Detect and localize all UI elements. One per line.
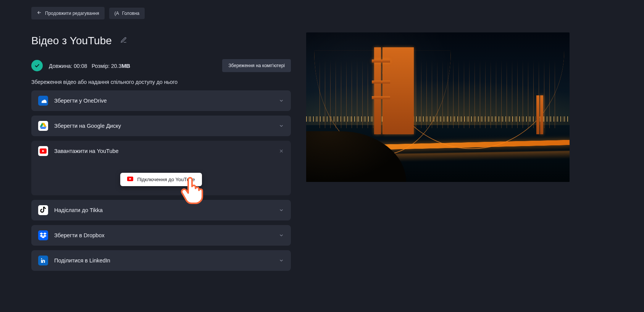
linkedin-icon [38, 256, 48, 265]
home-label: Головна [122, 11, 140, 16]
tiktok-icon [38, 205, 48, 215]
chevron-down-icon [279, 258, 284, 263]
size-label: Розмір: [92, 63, 110, 69]
save-to-computer-button[interactable]: Збереження на комп'ютері [222, 59, 291, 72]
youtube-label: Завантажити на YouTube [54, 148, 119, 154]
video-preview[interactable] [306, 32, 570, 182]
continue-editing-button[interactable]: Продовжити редагування [31, 7, 105, 19]
arrow-left-icon [37, 10, 42, 16]
chevron-down-icon [279, 207, 284, 213]
length-value: 00:08 [74, 63, 87, 69]
onedrive-icon [38, 96, 48, 106]
linkedin-label: Поділитися в LinkedIn [54, 257, 110, 264]
tiktok-label: Надіслати до Tikka [54, 207, 103, 213]
continue-editing-label: Продовжити редагування [45, 11, 99, 16]
share-option-gdrive[interactable]: Зберегти на Google Диску [31, 116, 291, 136]
size-unit: МВ [121, 63, 130, 69]
save-to-computer-label: Збереження на комп'ютері [228, 63, 285, 68]
share-subtitle: Збереження відео або надання спільного д… [31, 79, 291, 85]
edit-title-button[interactable] [120, 37, 127, 45]
length-label: Довжина: [49, 63, 72, 69]
connect-youtube-button[interactable]: Підключення до YouTube [120, 173, 202, 186]
gdrive-icon [38, 121, 48, 131]
share-option-onedrive[interactable]: Зберегти у OneDrive [31, 90, 291, 111]
video-meta: Довжина: 00:08 Розмір: 20.3МВ [49, 63, 130, 69]
share-option-youtube[interactable]: Завантажити на YouTube Підключення до Yo… [31, 141, 291, 195]
share-option-tiktok[interactable]: Надіслати до Tikka [31, 200, 291, 220]
dropbox-label: Зберегти в Dropbox [54, 232, 105, 238]
chevron-down-icon [279, 123, 284, 129]
close-icon[interactable] [279, 148, 284, 154]
share-option-linkedin[interactable]: Поділитися в LinkedIn [31, 250, 291, 271]
connect-youtube-label: Підключення до YouTube [137, 177, 195, 182]
chevron-down-icon [279, 233, 284, 238]
success-check-icon [31, 60, 43, 71]
onedrive-label: Зберегти у OneDrive [54, 98, 107, 104]
youtube-icon [38, 146, 48, 156]
chevron-down-icon [279, 98, 284, 103]
gdrive-label: Зберегти на Google Диску [54, 123, 121, 129]
youtube-small-icon [127, 177, 133, 182]
share-option-dropbox[interactable]: Зберегти в Dropbox [31, 225, 291, 246]
size-value: 20.3 [111, 63, 121, 69]
home-prefix: (А [115, 11, 119, 16]
page-title: Відео з YouTube [31, 35, 112, 47]
home-button[interactable]: (А Головна [109, 8, 145, 19]
dropbox-icon [38, 230, 48, 240]
